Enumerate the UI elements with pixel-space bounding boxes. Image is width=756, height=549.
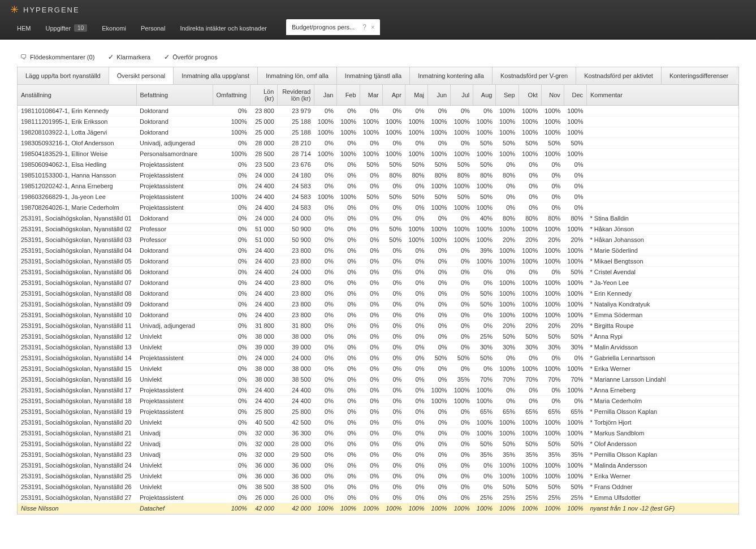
cell: 100% xyxy=(519,256,541,267)
table-row[interactable]: 253191, Socialhögskolan, Nyanställd 19Pr… xyxy=(18,407,738,417)
table-row[interactable]: 253191, Socialhögskolan, Nyanställd 18Pr… xyxy=(18,396,738,407)
cell: 35% xyxy=(541,449,564,460)
subtab-inmatning-alla-uppg-anst[interactable]: Inmatning alla uppg/anst xyxy=(174,67,258,84)
col-jul[interactable]: Jul xyxy=(451,85,473,106)
col-befattning[interactable]: Befattning xyxy=(136,85,213,106)
table-row[interactable]: 253191, Socialhögskolan, Nyanställd 05Do… xyxy=(18,256,738,267)
cell: 0% xyxy=(451,417,473,428)
col-jan[interactable]: Jan xyxy=(314,85,337,106)
subtab-inmatning-lön-omf-alla[interactable]: Inmatning lön, omf alla xyxy=(258,67,337,84)
col-kommentar[interactable]: Kommentar xyxy=(587,85,738,106)
table-row[interactable]: 198504183529-1, Ellinor WeisePersonalsam… xyxy=(18,149,738,159)
table-row[interactable]: 198510153300-1, Hanna HanssonProjektassi… xyxy=(18,170,738,181)
cell: 0% xyxy=(428,138,451,149)
col-okt[interactable]: Okt xyxy=(519,85,541,106)
subtab-inmatning-tjänstl-alla[interactable]: Inmatning tjänstl alla xyxy=(337,67,410,84)
table-row[interactable]: 253191, Socialhögskolan, Nyanställd 06Do… xyxy=(18,267,738,278)
col-aug[interactable]: Aug xyxy=(473,85,496,106)
nav-item-uppgifter[interactable]: Uppgifter10 xyxy=(38,21,94,35)
col-jun[interactable]: Jun xyxy=(428,85,451,106)
table-row[interactable]: 253191, Socialhögskolan, Nyanställd 21Un… xyxy=(18,428,738,439)
table-row[interactable]: 253191, Socialhögskolan, Nyanställd 22Un… xyxy=(18,439,738,449)
col-omfattning[interactable]: Omfattning xyxy=(213,85,250,106)
table-row[interactable]: 198506094062-1, Elsa HedlingProjektassis… xyxy=(18,159,738,170)
transfer-forecast-button[interactable]: Överför prognos xyxy=(164,53,217,61)
table-row[interactable]: 198111201995-1, Erik ErikssonDoktorand10… xyxy=(18,116,738,127)
cell: 24 400 xyxy=(278,385,314,396)
col-feb[interactable]: Feb xyxy=(337,85,360,106)
cell: 80% xyxy=(564,213,586,224)
document-tab[interactable]: Budget/prognos pers... ? × xyxy=(286,19,380,35)
col-sep[interactable]: Sep xyxy=(496,85,519,106)
nav-item-indirekta-intäkter-och-kostnader[interactable]: Indirekta intäkter och kostnader xyxy=(173,21,273,35)
table-row[interactable]: 253191, Socialhögskolan, Nyanställd 04Do… xyxy=(18,245,738,256)
table-row[interactable]: 253191, Socialhögskolan, Nyanställd 25Un… xyxy=(18,471,738,482)
mark-done-button[interactable]: Klarmarkera xyxy=(108,53,150,61)
cell: * Ja-Yeon Lee xyxy=(587,278,738,288)
cell: 0% xyxy=(337,428,360,439)
table-row[interactable]: 253191, Socialhögskolan, Nyanställd 20Un… xyxy=(18,417,738,428)
table-row[interactable]: 253191, Socialhögskolan, Nyanställd 08Do… xyxy=(18,288,738,299)
col-maj[interactable]: Maj xyxy=(405,85,427,106)
subtab-kostnadsförd-per-aktivtet[interactable]: Kostnadsförd per aktivtet xyxy=(576,67,662,84)
cell: 100% xyxy=(428,235,451,245)
cell: 100% xyxy=(519,428,541,439)
cell: 0% xyxy=(451,342,473,353)
table-row[interactable]: 253191, Socialhögskolan, Nyanställd 14Pr… xyxy=(18,353,738,364)
table-row[interactable]: 253191, Socialhögskolan, Nyanställd 13Un… xyxy=(18,342,738,353)
help-icon[interactable]: ? xyxy=(362,23,366,31)
col-dec[interactable]: Dec xyxy=(564,85,586,106)
col-mar[interactable]: Mar xyxy=(360,85,382,106)
col-anstallning[interactable]: Anställning xyxy=(18,85,136,106)
nav-item-personal[interactable]: Personal xyxy=(134,21,172,35)
subtab-lägg-upp-ta-bort-nyanställd[interactable]: Lägg upp/ta bort nyanställd xyxy=(18,67,109,84)
close-icon[interactable]: × xyxy=(371,24,374,31)
subtab-konteringsdifferenser[interactable]: Konteringsdifferenser xyxy=(662,67,736,84)
table-row[interactable]: 253191, Socialhögskolan, Nyanställd 26Un… xyxy=(18,482,738,492)
col-apr[interactable]: Apr xyxy=(382,85,405,106)
cell: 23 800 xyxy=(278,288,314,299)
table-row[interactable]: 253191, Socialhögskolan, Nyanställd 11Un… xyxy=(18,321,738,331)
cell: 100% xyxy=(519,278,541,288)
cell: 0% xyxy=(405,106,427,116)
col-nov[interactable]: Nov xyxy=(541,85,564,106)
table-row[interactable]: 198305093216-1, Olof AnderssonUnivadj, a… xyxy=(18,138,738,149)
table-row[interactable]: 253191, Socialhögskolan, Nyanställd 12Un… xyxy=(18,331,738,342)
table-row[interactable]: 253191, Socialhögskolan, Nyanställd 03Pr… xyxy=(18,235,738,245)
nav-badge: 10 xyxy=(74,24,87,32)
table-row[interactable]: 198603266829-1, Ja-yeon LeeProjektassist… xyxy=(18,192,738,202)
table-row[interactable]: 253191, Socialhögskolan, Nyanställd 24Un… xyxy=(18,460,738,471)
table-row[interactable]: 253191, Socialhögskolan, Nyanställd 23Un… xyxy=(18,449,738,460)
nav-item-hem[interactable]: HEM xyxy=(10,21,37,35)
table-row[interactable]: 198110108647-1, Erin KennedyDoktorand0%2… xyxy=(18,106,738,116)
table-row[interactable]: 198208103922-1, Lotta JägerviDoktorand10… xyxy=(18,127,738,138)
table-row[interactable]: 253191, Socialhögskolan, Nyanställd 02Pr… xyxy=(18,224,738,235)
cell: 100% xyxy=(541,503,564,514)
table-row[interactable]: 253191, Socialhögskolan, Nyanställd 10Do… xyxy=(18,310,738,321)
table-row[interactable]: 253191, Socialhögskolan, Nyanställd 01Do… xyxy=(18,213,738,224)
table-row[interactable]: Nisse NilssonDatachef100%42 00042 000100… xyxy=(18,503,738,514)
cell: 100% xyxy=(496,364,519,374)
cell: 0% xyxy=(213,299,250,310)
check-icon xyxy=(164,53,170,61)
table-row[interactable]: 253191, Socialhögskolan, Nyanställd 07Do… xyxy=(18,278,738,288)
table-row[interactable]: 198708264026-1, Marie CederholmProjektas… xyxy=(18,202,738,213)
table-row[interactable]: 253191, Socialhögskolan, Nyanställd 17Pr… xyxy=(18,385,738,396)
cell: 0% xyxy=(405,417,427,428)
cell: 0% xyxy=(337,492,360,503)
col-lon[interactable]: Lön (kr) xyxy=(250,85,278,106)
subtab-översikt-personal[interactable]: Översikt personal xyxy=(109,67,174,84)
subtab-inmatning-kontering-alla[interactable]: Inmatning kontering alla xyxy=(410,67,493,84)
subtab-kostnadsförd-per-v-gren[interactable]: Kostnadsförd per V-gren xyxy=(493,67,576,84)
cell: 253191, Socialhögskolan, Nyanställd 07 xyxy=(18,278,136,288)
flow-comments-button[interactable]: 🗨 Flödeskommentarer (0) xyxy=(20,53,94,61)
table-row[interactable]: 253191, Socialhögskolan, Nyanställd 16Un… xyxy=(18,374,738,385)
table-row[interactable]: 198512020242-1, Anna ErnebergProjektassi… xyxy=(18,181,738,192)
table-row[interactable]: 253191, Socialhögskolan, Nyanställd 09Do… xyxy=(18,299,738,310)
table-row[interactable]: 253191, Socialhögskolan, Nyanställd 27Pr… xyxy=(18,492,738,503)
cell: 50% xyxy=(473,299,496,310)
table-row[interactable]: 253191, Socialhögskolan, Nyanställd 15Un… xyxy=(18,364,738,374)
col-reviderad[interactable]: Reviderad lön (kr) xyxy=(278,85,314,106)
cell: Nisse Nilsson xyxy=(18,503,136,514)
nav-item-ekonomi[interactable]: Ekonomi xyxy=(95,21,133,35)
